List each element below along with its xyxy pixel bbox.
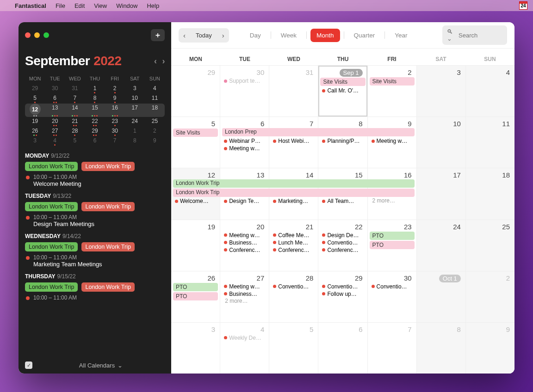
minical-day[interactable]: 3 bbox=[33, 136, 37, 146]
grid-day-cell[interactable]: 3 bbox=[417, 66, 466, 116]
grid-day-cell[interactable]: 31 bbox=[269, 66, 318, 116]
calendar-event[interactable]: Conventio… bbox=[320, 283, 365, 290]
minical-day[interactable]: 28 bbox=[72, 127, 78, 134]
calendar-event[interactable]: PTO bbox=[370, 232, 415, 240]
calendar-event[interactable]: Lunch Me… bbox=[271, 239, 316, 246]
calendar-event[interactable]: Meeting w… bbox=[370, 137, 415, 145]
minical-day[interactable]: 16 bbox=[112, 104, 118, 115]
minical-day[interactable]: 6 bbox=[93, 136, 97, 146]
grid-day-cell[interactable]: 6Webinar P…Meeting w… bbox=[220, 117, 269, 168]
grid-day-cell[interactable]: 5Site Visits bbox=[171, 117, 220, 168]
grid-day-cell[interactable]: 27Meeting w…Business…2 more… bbox=[220, 271, 269, 322]
minical-day[interactable]: 2 bbox=[153, 127, 156, 136]
calendar-event[interactable]: PTO bbox=[173, 292, 218, 300]
agenda-event[interactable]: 10:00 – 11:00 AMMarketing Team Meetings bbox=[25, 254, 165, 268]
trip-pill[interactable]: London Work Trip bbox=[81, 242, 134, 251]
minical-day[interactable]: 4 bbox=[53, 136, 56, 144]
grid-day-cell[interactable]: 9 bbox=[466, 323, 514, 374]
minical-day[interactable]: 15 bbox=[92, 104, 98, 115]
grid-day-cell[interactable]: 4Weekly De… bbox=[220, 323, 269, 374]
calendar-event[interactable]: Conferenc… bbox=[320, 246, 365, 254]
grid-day-cell[interactable]: 23PTOPTO bbox=[368, 220, 417, 271]
minical-day[interactable]: 17 bbox=[132, 104, 138, 117]
minical-day[interactable]: 31 bbox=[72, 84, 78, 94]
grid-day-cell[interactable]: 20Meeting w…Business…Conferenc… bbox=[220, 220, 269, 271]
grid-day-cell[interactable]: 30Support te… bbox=[220, 66, 269, 116]
calendar-selector[interactable]: All Calendars ⌄ bbox=[79, 362, 123, 369]
calendar-event[interactable]: Call Mr. O'… bbox=[320, 87, 365, 94]
calendar-event[interactable]: Site Visits bbox=[320, 78, 365, 86]
trip-pill[interactable]: London Work Trip bbox=[25, 202, 78, 211]
more-events-link[interactable]: 2 more… bbox=[370, 197, 415, 204]
grid-day-cell[interactable]: 8 bbox=[417, 323, 466, 374]
trip-pill[interactable]: London Work Trip bbox=[81, 162, 134, 171]
view-tab-day[interactable]: Day bbox=[244, 29, 267, 42]
calendar-event[interactable]: Welcome… bbox=[173, 197, 218, 205]
grid-day-cell[interactable]: 25 bbox=[466, 220, 514, 271]
grid-day-cell[interactable]: 7Host Webi… bbox=[269, 117, 318, 168]
calendar-event[interactable]: Conferenc… bbox=[222, 246, 267, 254]
minical-day[interactable]: 19 bbox=[32, 117, 38, 127]
calendar-event[interactable]: Meeting w… bbox=[222, 232, 267, 239]
view-tab-month[interactable]: Month bbox=[310, 29, 340, 42]
grid-day-cell[interactable]: 4 bbox=[466, 66, 514, 116]
minical-day[interactable]: 26 bbox=[32, 127, 38, 134]
grid-day-cell[interactable]: 6 bbox=[318, 323, 367, 374]
minical-day[interactable]: 6 bbox=[53, 94, 56, 101]
menu-window[interactable]: Window bbox=[116, 2, 137, 9]
minical-day[interactable]: 1 bbox=[93, 84, 97, 92]
minical-day[interactable]: 5 bbox=[33, 94, 37, 101]
minical-day[interactable]: 8 bbox=[133, 136, 136, 146]
calendar-event[interactable]: Site Visits bbox=[370, 77, 415, 86]
grid-day-cell[interactable]: 29 bbox=[171, 66, 220, 116]
calendar-event[interactable]: Design De… bbox=[320, 232, 365, 239]
calendar-event[interactable]: Design Te… bbox=[222, 197, 267, 205]
minical-day[interactable]: 7 bbox=[113, 136, 117, 146]
calendar-event[interactable]: Weekly De… bbox=[222, 334, 267, 342]
minical-day[interactable]: 8 bbox=[93, 94, 97, 101]
view-tab-quarter[interactable]: Quarter bbox=[348, 29, 381, 42]
minical-day[interactable]: 21 bbox=[72, 117, 78, 124]
multi-day-event[interactable]: London Work Trip bbox=[173, 179, 415, 188]
app-menu[interactable]: Fantastical bbox=[15, 2, 46, 9]
calendar-event[interactable]: PTO bbox=[173, 283, 218, 291]
grid-day-cell[interactable]: 17 bbox=[417, 168, 466, 219]
grid-day-cell[interactable]: 5 bbox=[269, 323, 318, 374]
multi-day-event[interactable]: London Work Trip bbox=[173, 189, 415, 197]
grid-day-cell[interactable]: 18 bbox=[466, 168, 514, 219]
menu-help[interactable]: Help bbox=[147, 2, 159, 9]
minical-day[interactable]: 3 bbox=[133, 84, 136, 94]
grid-day-cell[interactable]: 10 bbox=[417, 117, 466, 168]
calendar-event[interactable]: Conventio… bbox=[320, 239, 365, 246]
grid-day-cell[interactable]: 8Planning/P… bbox=[318, 117, 367, 168]
minical-day[interactable]: 2 bbox=[113, 84, 117, 92]
calendar-event[interactable]: Business… bbox=[222, 290, 267, 298]
calendar-event[interactable]: All Team… bbox=[320, 197, 365, 205]
add-event-button[interactable]: ＋ bbox=[151, 29, 165, 41]
trip-pill[interactable]: London Work Trip bbox=[81, 202, 134, 211]
minical-day[interactable]: 18 bbox=[152, 104, 158, 117]
search-input[interactable] bbox=[459, 32, 502, 39]
calendar-event[interactable]: Business… bbox=[222, 239, 267, 246]
calendar-event[interactable]: Support te… bbox=[222, 77, 267, 85]
minical-day[interactable]: 27 bbox=[52, 127, 58, 134]
grid-day-cell[interactable]: 24 bbox=[417, 220, 466, 271]
minical-day[interactable]: 24 bbox=[132, 117, 138, 127]
minical-day[interactable]: 13 bbox=[52, 104, 58, 115]
calendar-event[interactable]: Marketing… bbox=[271, 197, 316, 205]
calendar-event[interactable]: Meeting w… bbox=[222, 283, 267, 290]
mini-calendar[interactable]: MONTUEWEDTHUFRISATSUN2930311234567891011… bbox=[25, 75, 165, 146]
prev-period-button[interactable]: ‹ bbox=[179, 28, 190, 43]
trip-pill[interactable]: London Work Trip bbox=[25, 282, 78, 292]
trip-pill[interactable]: London Work Trip bbox=[25, 162, 78, 171]
grid-day-cell[interactable]: 7 bbox=[368, 323, 417, 374]
grid-day-cell[interactable]: 2 bbox=[466, 271, 514, 322]
menu-edit[interactable]: Edit bbox=[74, 2, 85, 9]
menu-view[interactable]: View bbox=[94, 2, 107, 9]
grid-day-cell[interactable]: 26PTOPTO bbox=[171, 271, 220, 322]
agenda-event[interactable]: 10:00 – 11:00 AMDesign Team Meetings bbox=[25, 214, 165, 227]
calendar-event[interactable]: Conventio… bbox=[271, 283, 316, 290]
menubar-calendar-icon[interactable]: 24 bbox=[519, 1, 527, 10]
minical-day[interactable]: 30 bbox=[112, 127, 118, 134]
grid-day-cell[interactable]: 11 bbox=[466, 117, 514, 168]
